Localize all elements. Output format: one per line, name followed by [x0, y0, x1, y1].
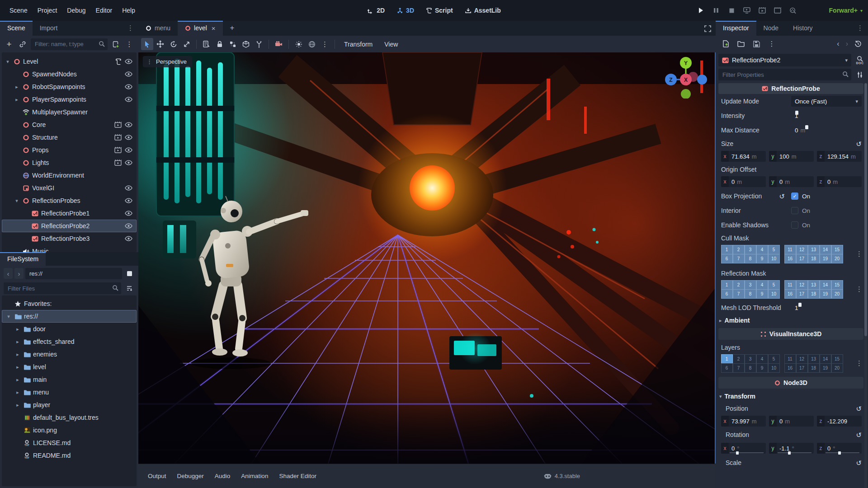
extra-settings-icon[interactable]: [854, 69, 865, 80]
ambient-section[interactable]: ▸Ambient: [716, 314, 868, 326]
scene-tree-row[interactable]: SpawnedNodes: [2, 68, 137, 80]
filesystem-row[interactable]: TXTREADME.md: [2, 449, 137, 462]
play-remote-button[interactable]: [742, 6, 751, 15]
layer-18-toggle[interactable]: 18: [808, 254, 820, 263]
filesystem-filter-input[interactable]: [4, 282, 121, 294]
scene-filter-input[interactable]: [31, 38, 108, 50]
layer-1-toggle[interactable]: 1: [721, 245, 733, 254]
filesystem-row[interactable]: ▸main: [2, 373, 137, 386]
rotate-tool-icon[interactable]: [167, 38, 179, 50]
interior-checkbox[interactable]: [791, 207, 798, 214]
panel-debugger[interactable]: Debugger: [172, 469, 209, 483]
menu-help[interactable]: Help: [117, 4, 140, 17]
layer-10-toggle[interactable]: 10: [768, 289, 780, 299]
scene-tree-row[interactable]: ReflectionProbe1: [2, 207, 137, 220]
layer-1-toggle[interactable]: 1: [721, 280, 733, 290]
layer-8-toggle[interactable]: 8: [745, 289, 756, 299]
revert-icon[interactable]: ↺: [856, 460, 862, 466]
filesystem-row[interactable]: ▸door: [2, 323, 137, 335]
scene-tab-level[interactable]: level ×: [178, 21, 223, 36]
intensity-field[interactable]: 1: [791, 112, 862, 119]
instance-icon[interactable]: [113, 121, 122, 129]
group-icon[interactable]: [226, 38, 239, 50]
expand-viewport-icon[interactable]: [704, 25, 716, 36]
select-tool-icon[interactable]: [141, 38, 153, 50]
visibility-toggle-icon[interactable]: [124, 70, 133, 79]
filesystem-row[interactable]: Favorites:: [2, 297, 137, 310]
layer-18-toggle[interactable]: 18: [808, 289, 820, 299]
scene-tree-row[interactable]: ▾ReflectionProbes: [2, 194, 137, 207]
renderer-selector[interactable]: Forward+ ▾: [829, 7, 863, 14]
scene-tree-row[interactable]: ReflectionProbe2: [2, 220, 137, 232]
scale-tool-icon[interactable]: [180, 38, 193, 50]
max-distance-field[interactable]: 0m: [791, 127, 862, 134]
layer-7-toggle[interactable]: 7: [733, 289, 745, 299]
layer-10-toggle[interactable]: 10: [768, 363, 780, 373]
menu-debug[interactable]: Debug: [62, 4, 90, 17]
visualinstance3d-section-header[interactable]: VisualInstance3D: [718, 328, 863, 340]
layer-14-toggle[interactable]: 14: [820, 280, 831, 290]
filesystem-row[interactable]: ▸player: [2, 399, 137, 411]
position-z-field[interactable]: z-12.209: [817, 416, 862, 427]
play-custom-scene-button[interactable]: [773, 6, 782, 15]
enable-shadows-checkbox[interactable]: [791, 221, 798, 229]
visibility-toggle-icon[interactable]: [124, 159, 133, 167]
rotation-y-field[interactable]: y-1.1°: [769, 443, 814, 454]
filesystem-row[interactable]: ▸menu: [2, 386, 137, 399]
layer-20-toggle[interactable]: 20: [831, 254, 843, 263]
workspace-script-button[interactable]: Script: [421, 5, 458, 16]
filesystem-row[interactable]: ▸level: [2, 361, 137, 373]
filesystem-row[interactable]: TXTLICENSE.md: [2, 436, 137, 449]
filesystem-row[interactable]: ▸effects_shared: [2, 335, 137, 348]
scene-tree-row[interactable]: VoxelGI: [2, 182, 137, 194]
lock-icon[interactable]: [213, 38, 226, 50]
tree-chevron-icon[interactable]: ▸: [14, 402, 21, 408]
layer-11-toggle[interactable]: 11: [784, 280, 796, 290]
revert-icon[interactable]: ↺: [856, 432, 862, 438]
camera-preview-icon[interactable]: [273, 38, 285, 50]
panel-shader-editor[interactable]: Shader Editor: [274, 469, 321, 483]
dock-menu-icon[interactable]: ⋮: [127, 24, 138, 36]
tab-inspector[interactable]: Inspector: [716, 21, 756, 36]
history-forward-icon[interactable]: ›: [846, 40, 848, 48]
tree-chevron-icon[interactable]: ▸: [14, 389, 21, 395]
layer-15-toggle[interactable]: 15: [831, 354, 843, 364]
layer-13-toggle[interactable]: 13: [808, 354, 820, 364]
layer-19-toggle[interactable]: 19: [820, 254, 831, 263]
workspace-3d-button[interactable]: 3D: [392, 5, 419, 16]
tree-chevron-icon[interactable]: ▸: [14, 339, 21, 345]
tab-history[interactable]: History: [786, 21, 820, 36]
scene-tree-menu-icon[interactable]: ⋮: [124, 39, 135, 50]
perspective-menu[interactable]: ⋮ Perspective: [143, 56, 192, 67]
scene-tree-row[interactable]: Props: [2, 144, 137, 156]
layer-3-toggle[interactable]: 3: [745, 354, 756, 364]
tree-chevron-icon[interactable]: ▸: [14, 364, 21, 370]
object-history-icon[interactable]: [853, 38, 863, 49]
visibility-toggle-icon[interactable]: [124, 95, 133, 104]
scene-tree-row[interactable]: Core: [2, 118, 137, 131]
move-tool-icon[interactable]: [154, 38, 166, 50]
play-button[interactable]: [696, 6, 705, 15]
3d-viewport[interactable]: ⋮ Perspective Y Z X: [138, 52, 716, 464]
scene-tree-row[interactable]: Structure: [2, 131, 137, 144]
layer-8-toggle[interactable]: 8: [745, 254, 756, 263]
tree-chevron-icon[interactable]: ▸: [14, 377, 21, 383]
layer-5-toggle[interactable]: 5: [768, 354, 780, 364]
position-x-field[interactable]: x73.997m: [721, 416, 766, 427]
panel-audio[interactable]: Audio: [210, 469, 236, 483]
add-node-button[interactable]: +: [4, 39, 14, 50]
menu-editor[interactable]: Editor: [91, 4, 118, 17]
layer-13-toggle[interactable]: 13: [808, 245, 820, 254]
visibility-toggle-icon[interactable]: [124, 235, 133, 243]
layer-11-toggle[interactable]: 11: [784, 354, 796, 364]
layer-19-toggle[interactable]: 19: [820, 363, 831, 373]
viewport-menu-icon[interactable]: ⋮: [319, 38, 331, 50]
revert-icon[interactable]: ↺: [856, 141, 862, 147]
save-button[interactable]: [751, 38, 762, 49]
dock-menu-icon[interactable]: ⋮: [857, 24, 868, 36]
scene-tree-row[interactable]: WorldEnvironment: [2, 169, 137, 182]
layer-2-toggle[interactable]: 2: [733, 245, 745, 254]
script-icon[interactable]: [113, 57, 122, 66]
axis-gizmo[interactable]: Y Z X: [665, 55, 708, 99]
tree-chevron-icon[interactable]: ▾: [5, 59, 11, 65]
